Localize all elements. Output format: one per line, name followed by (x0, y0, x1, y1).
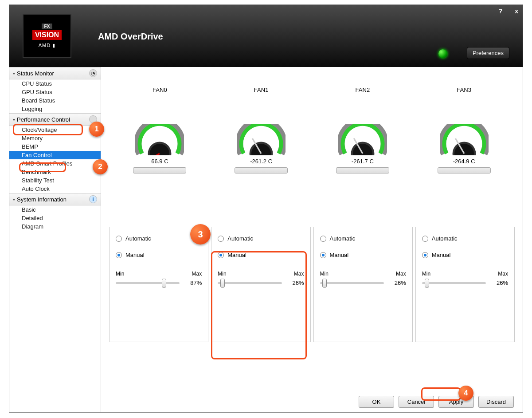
sidebar-item[interactable]: CPU Status (9, 79, 101, 88)
minimize-button[interactable]: _ (507, 8, 510, 15)
radio-icon (116, 252, 122, 258)
max-label: Max (294, 271, 304, 277)
fan-column: FAN2 -261.7 C (321, 87, 405, 174)
fan-label: FAN3 (422, 87, 506, 93)
info-icon: i (89, 195, 97, 203)
fan-column: FAN3 -264.9 C (422, 87, 506, 174)
fan-control-card: AutomaticManualMinMax26% (313, 227, 413, 342)
sidebar-item[interactable]: Diagram (9, 222, 101, 231)
main-panel: FAN0 66.9 CFAN1 -261.2 CFAN2 -261.7 CFAN… (101, 67, 523, 412)
gauge-icon (237, 124, 286, 155)
manual-radio[interactable]: Manual (218, 252, 304, 258)
app-window: FX VISION AMD ▮ AMD OverDrive ? _ x Pref… (9, 4, 523, 413)
auto-radio[interactable]: Automatic (218, 235, 304, 242)
cancel-button[interactable]: Cancel (399, 396, 434, 408)
progress-bar (336, 167, 389, 174)
logo-vision: VISION (32, 30, 62, 40)
sidebar-section-title: Performance Control (17, 116, 70, 123)
footer-buttons: OK Cancel Apply Discard (359, 396, 514, 408)
sidebar-section-header[interactable]: ▾System Informationi (9, 193, 101, 205)
sidebar-section-header[interactable]: ▾Performance Control (9, 113, 101, 126)
sidebar-item[interactable]: Board Status (9, 96, 101, 105)
max-label: Max (498, 271, 508, 277)
fan-column: FAN0 66.9 C (117, 87, 202, 174)
fan-label: FAN1 (219, 87, 303, 93)
chevron-down-icon: ▾ (13, 117, 15, 122)
radio-icon (218, 252, 224, 258)
ok-button[interactable]: OK (359, 396, 394, 408)
sidebar-item[interactable]: Memory (9, 134, 101, 142)
gauge-icon (338, 124, 387, 155)
temperature-value: -264.9 C (422, 158, 506, 165)
speed-slider[interactable] (320, 282, 384, 284)
speed-slider[interactable] (218, 282, 282, 284)
slider-handle[interactable] (220, 279, 225, 288)
radio-label: Automatic (125, 235, 151, 242)
sidebar-section-header[interactable]: ▾Status Monitor◔ (9, 67, 101, 79)
logo-fx: FX (42, 24, 53, 29)
sidebar-item[interactable]: Benchmark (9, 168, 101, 176)
radio-label: Manual (227, 252, 246, 258)
sidebar-item[interactable]: Detailed (9, 214, 101, 222)
sidebar-item[interactable]: BEMP (9, 142, 101, 151)
slider-handle[interactable] (322, 279, 327, 288)
manual-radio[interactable]: Manual (116, 252, 202, 258)
percent-value: 26% (388, 280, 406, 286)
fan-label: FAN2 (321, 87, 405, 93)
sidebar-item[interactable]: Auto Clock (9, 185, 101, 193)
chevron-down-icon: ▾ (13, 71, 15, 76)
sidebar-item[interactable]: Stability Test (9, 176, 101, 185)
app-title: AMD OverDrive (98, 32, 163, 42)
min-label: Min (218, 271, 226, 277)
chevron-down-icon (89, 115, 97, 123)
gauge-icon (440, 124, 489, 155)
fan-control-card: AutomaticManualMinMax26% (415, 227, 515, 342)
sidebar-item[interactable]: Clock/Voltage (9, 126, 101, 134)
fan-control-card: AutomaticManualMinMax87% (109, 227, 208, 342)
radio-icon (320, 252, 326, 258)
manual-radio[interactable]: Manual (422, 252, 508, 258)
min-label: Min (116, 271, 124, 277)
sidebar-item[interactable]: GPU Status (9, 88, 101, 96)
fan-column: FAN1 -261.2 C (219, 87, 303, 174)
slider-handle[interactable] (162, 279, 166, 288)
help-button[interactable]: ? (499, 8, 503, 15)
radio-icon (218, 236, 224, 242)
radio-label: Manual (330, 252, 349, 258)
sidebar-item[interactable]: Fan Control (9, 151, 101, 159)
sidebar-item[interactable]: Basic (9, 205, 101, 214)
auto-radio[interactable]: Automatic (422, 235, 508, 242)
title-bar: FX VISION AMD ▮ AMD OverDrive ? _ x Pref… (9, 5, 523, 67)
sidebar-item[interactable]: Logging (9, 105, 101, 113)
progress-bar (133, 167, 186, 174)
manual-radio[interactable]: Manual (320, 252, 406, 258)
close-button[interactable]: x (515, 8, 518, 15)
radio-label: Manual (432, 252, 451, 258)
temperature-value: 66.9 C (117, 158, 202, 165)
sidebar-item[interactable]: AMD Smart Profiles (9, 159, 101, 168)
sidebar-section-title: System Information (17, 196, 66, 203)
slider-handle[interactable] (425, 279, 429, 288)
max-label: Max (396, 271, 406, 277)
speed-slider[interactable] (116, 282, 180, 284)
min-label: Min (422, 271, 430, 277)
sidebar: ▾Status Monitor◔CPU StatusGPU StatusBoar… (9, 67, 101, 412)
progress-bar (235, 167, 288, 174)
status-led-icon (438, 49, 447, 58)
radio-label: Automatic (432, 235, 458, 242)
auto-radio[interactable]: Automatic (116, 235, 202, 242)
progress-bar (438, 167, 491, 174)
min-label: Min (320, 271, 329, 277)
auto-radio[interactable]: Automatic (320, 235, 406, 242)
gauge-icon: ◔ (89, 69, 97, 77)
logo-amd: AMD ▮ (39, 43, 56, 48)
radio-label: Automatic (330, 235, 356, 242)
apply-button[interactable]: Apply (438, 396, 474, 408)
radio-label: Manual (125, 252, 145, 258)
preferences-button[interactable]: Preferences (467, 47, 509, 59)
temperature-value: -261.7 C (321, 158, 405, 165)
discard-button[interactable]: Discard (478, 396, 514, 408)
radio-icon (320, 236, 326, 242)
speed-slider[interactable] (422, 282, 486, 284)
sidebar-section-title: Status Monitor (17, 70, 54, 77)
